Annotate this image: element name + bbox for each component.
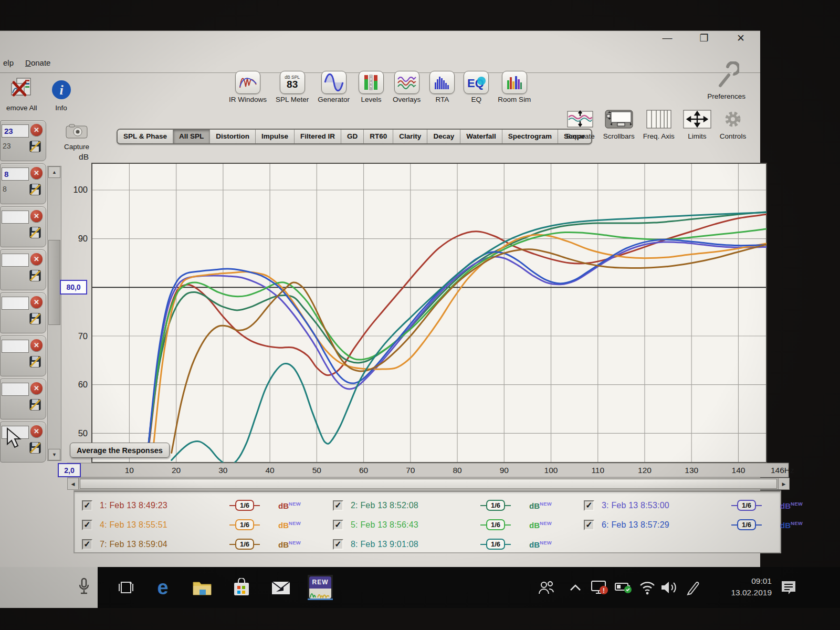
measurement-checkbox[interactable]: ✓ [584, 500, 594, 511]
measurement-label[interactable]: 1: Feb 13 8:49:23 [100, 501, 211, 510]
measurement-name-field[interactable] [2, 426, 29, 439]
remove-all-button[interactable]: emove All [6, 77, 37, 112]
eq-button[interactable]: EQ EQ [464, 71, 489, 103]
room-sim-button[interactable]: Room Sim [498, 71, 531, 103]
pen-icon[interactable] [681, 575, 706, 600]
measurement-name-field[interactable] [2, 211, 29, 224]
delete-measurement-button[interactable]: ✕ [30, 425, 43, 437]
preferences-button[interactable]: Preferences [707, 61, 746, 100]
scroll-up-button[interactable]: ▲ [48, 166, 60, 178]
taskbar-clock[interactable]: 09:01 13.02.2019 [731, 575, 772, 599]
save-measurement-icon[interactable] [29, 313, 41, 327]
measurement-checkbox[interactable]: ✓ [82, 539, 92, 550]
task-view-button[interactable] [113, 575, 139, 600]
save-measurement-icon[interactable] [29, 184, 41, 197]
controls-button[interactable]: Controls [720, 110, 746, 140]
measurement-label[interactable]: 6: Feb 13 8:57:29 [602, 520, 713, 530]
battery-icon[interactable] [611, 575, 636, 600]
measurement-name-field[interactable]: 23 [2, 124, 29, 138]
overlays-button[interactable]: Overlays [393, 71, 421, 103]
limits-button[interactable]: Limits [683, 110, 711, 140]
minimize-button[interactable]: — [659, 32, 675, 44]
freq-axis-button[interactable]: Freq. Axis [643, 110, 675, 140]
measurement-name-field[interactable] [2, 340, 29, 353]
delete-measurement-button[interactable]: ✕ [30, 339, 43, 351]
save-measurement-icon[interactable] [29, 356, 41, 370]
scrollbars-button[interactable]: Scrollbars [603, 110, 635, 140]
tab-decay[interactable]: Decay [427, 130, 460, 143]
sidebar-scrollbar[interactable]: ▲ ▼ [47, 166, 61, 461]
tab-gd[interactable]: GD [341, 130, 364, 143]
measurement-checkbox[interactable]: ✓ [333, 500, 343, 511]
info-button[interactable]: i Info [51, 79, 72, 112]
hscroll-left-button[interactable]: ◀ [68, 478, 79, 489]
tab-clarity[interactable]: Clarity [393, 130, 427, 143]
tab-spl-phase[interactable]: SPL & Phase [118, 130, 173, 143]
measurement-legend: ✓1: Feb 13 8:49:231/6dBNEW✓2: Feb 13 8:5… [74, 490, 781, 553]
delete-measurement-button[interactable]: ✕ [30, 210, 43, 222]
measurement-checkbox[interactable]: ✓ [584, 520, 594, 530]
rta-button[interactable]: RTA [429, 71, 455, 103]
measurement-label[interactable]: 7: Feb 13 8:59:04 [100, 540, 211, 549]
save-measurement-icon[interactable] [29, 399, 41, 413]
capture-button[interactable]: Capture [64, 123, 89, 151]
tab-rt60[interactable]: RT60 [364, 130, 393, 143]
save-measurement-icon[interactable] [29, 442, 41, 456]
measurement-name-field[interactable]: 8 [2, 167, 29, 181]
microsoft-store-button[interactable] [229, 575, 254, 600]
tab-filtered-ir[interactable]: Filtered IR [295, 130, 341, 143]
save-measurement-icon[interactable] [29, 270, 41, 284]
separate-button[interactable]: Separate [566, 110, 595, 140]
tab-all-spl[interactable]: All SPL [173, 130, 210, 143]
people-icon[interactable] [533, 575, 559, 600]
tab-impulse[interactable]: Impulse [256, 130, 295, 143]
restore-button[interactable]: ❐ [696, 32, 712, 44]
tab-distortion[interactable]: Distortion [210, 130, 256, 143]
delete-measurement-button[interactable]: ✕ [30, 124, 43, 136]
file-explorer-button[interactable] [190, 575, 215, 600]
display-alert-icon[interactable]: ! [587, 575, 612, 600]
levels-button[interactable]: 0 3 6 9 Levels [359, 71, 384, 103]
measurement-name-field[interactable] [2, 297, 29, 310]
measurement-label[interactable]: 5: Feb 13 8:56:43 [351, 520, 462, 530]
hscroll-right-button[interactable]: ▶ [778, 478, 789, 489]
rew-app-button[interactable]: REW [308, 575, 333, 600]
taskbar-chevron-up[interactable] [563, 575, 588, 600]
measurement-checkbox[interactable]: ✓ [333, 539, 343, 550]
menu-donate[interactable]: Donate [25, 58, 50, 67]
delete-measurement-button[interactable]: ✕ [30, 296, 43, 308]
edge-browser-button[interactable]: e [150, 575, 175, 600]
measurement-label[interactable]: 4: Feb 13 8:55:51 [100, 520, 211, 530]
delete-measurement-button[interactable]: ✕ [30, 253, 43, 265]
measurement-stub-6: ✕ [0, 335, 46, 376]
measurement-name-field[interactable] [2, 383, 29, 396]
save-measurement-icon[interactable] [29, 141, 41, 154]
action-center-icon[interactable] [776, 575, 801, 600]
tab-waterfall[interactable]: Waterfall [460, 130, 502, 143]
scroll-down-button[interactable]: ▼ [48, 449, 60, 460]
delete-measurement-button[interactable]: ✕ [30, 167, 43, 179]
spl-meter-button[interactable]: dB SPL 83 SPL Meter [276, 71, 309, 103]
measurement-name-field[interactable] [2, 254, 29, 267]
mail-button[interactable] [268, 575, 293, 600]
measurement-checkbox[interactable]: ✓ [82, 520, 92, 530]
measurement-label[interactable]: 8: Feb 13 9:01:08 [351, 540, 462, 549]
measurement-checkbox[interactable]: ✓ [82, 500, 92, 511]
close-button[interactable]: ✕ [733, 32, 749, 44]
generator-button[interactable]: Generator [318, 71, 350, 103]
volume-icon[interactable] [657, 575, 682, 600]
measurement-label[interactable]: 2: Feb 13 8:52:08 [351, 501, 462, 510]
hscroll-thumb[interactable] [80, 479, 777, 489]
delete-measurement-button[interactable]: ✕ [30, 382, 43, 394]
measurement-label[interactable]: 3: Feb 13 8:53:00 [602, 501, 713, 510]
measurement-checkbox[interactable]: ✓ [333, 520, 343, 530]
ir-windows-button[interactable]: IR Windows [229, 71, 267, 103]
average-responses-button[interactable]: Average the Responses [70, 443, 170, 458]
save-measurement-icon[interactable] [29, 227, 41, 240]
tab-spectrogram[interactable]: Spectrogram [502, 130, 558, 143]
chart-hscrollbar[interactable]: ◀ ▶ [67, 478, 790, 490]
wifi-icon[interactable] [635, 575, 660, 600]
scroll-thumb[interactable] [48, 240, 60, 325]
spl-chart-plot[interactable]: 102030405060708090100110120130140146Hz50… [60, 150, 795, 494]
menu-help[interactable]: elp [3, 58, 14, 67]
